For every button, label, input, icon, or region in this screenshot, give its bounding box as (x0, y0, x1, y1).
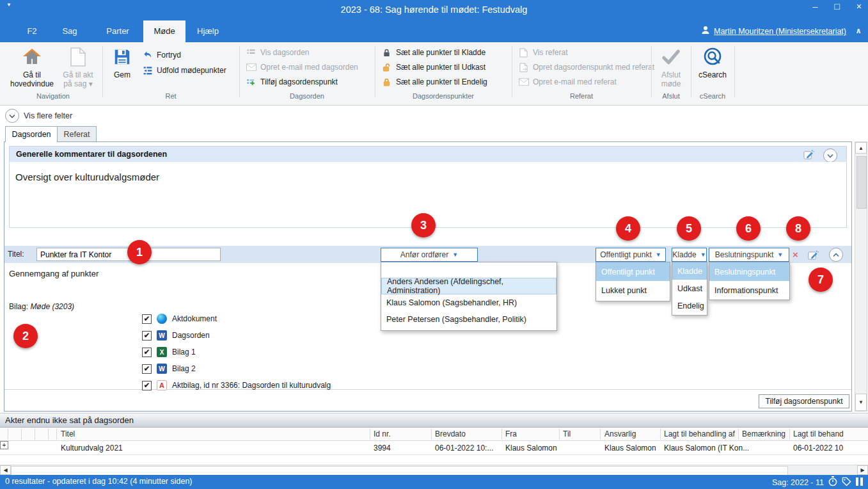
show-more-fields-toggle[interactable]: Vis flere felter (5, 109, 72, 123)
lock-open-orange-icon (381, 62, 392, 73)
tab-f2[interactable]: F2 (17, 20, 47, 42)
set-all-items-final-button[interactable]: Sæt alle punkter til Endelig (381, 76, 487, 88)
checkbox-checked[interactable]: ✔ (142, 381, 152, 390)
minimize-button[interactable]: – (813, 1, 818, 12)
type-dropdown[interactable]: Beslutningspunkt ▼ (709, 248, 789, 262)
dropdown-option[interactable]: Kladde (672, 262, 707, 280)
column-ansvarlig[interactable]: Ansvarlig (604, 429, 636, 438)
tab-hjaelp[interactable]: Hjælp (185, 20, 230, 42)
column-separator (660, 429, 661, 440)
save-button[interactable]: Gem (107, 45, 137, 79)
column-separator (8, 429, 8, 440)
scroll-right-button[interactable]: ▶ (857, 465, 868, 475)
chevron-down-circle-icon[interactable] (5, 109, 19, 123)
horizontal-scrollbar[interactable]: ◀ ▶ (0, 465, 868, 475)
column-titel[interactable]: Titel (61, 429, 75, 438)
speaker-dropdown[interactable]: Anfør ordfører ▼ (381, 248, 478, 262)
column-brevdato[interactable]: Brevdato (435, 429, 466, 438)
undo-button[interactable]: Fortryd (142, 49, 181, 61)
column-lagt-til-behandling-af[interactable]: Lagt til behandling af (664, 429, 735, 438)
cell-fra: Klaus Salomon (505, 444, 557, 453)
dropdown-option[interactable]: Endelig (672, 297, 707, 314)
status-bar: 0 resultater - opdateret i dag 10:42 (4 … (0, 475, 868, 489)
ribbon-divider (691, 46, 691, 97)
scroll-up-button[interactable]: ▲ (855, 142, 867, 154)
checkbox-checked[interactable]: ✔ (142, 331, 152, 341)
vertical-scrollbar[interactable]: ▲ ▼ (855, 141, 867, 412)
csearch-button[interactable]: cSearch (695, 45, 730, 79)
records-column-header: Titel Id nr. Brevdato Fra Til Ansvarlig … (0, 428, 868, 441)
tab-moede[interactable]: Møde (143, 20, 185, 42)
agenda-list-icon (246, 47, 256, 58)
delete-item-icon[interactable]: × (793, 249, 798, 260)
column-id-nr[interactable]: Id nr. (374, 429, 391, 438)
expand-row-icon[interactable]: + (0, 441, 8, 449)
tab-parter[interactable]: Parter (92, 20, 143, 42)
scroll-left-button[interactable]: ◀ (0, 465, 11, 475)
add-agenda-item-bottom-button[interactable]: Tilføj dagsordenspunkt (759, 394, 849, 408)
expand-meeting-items-button[interactable]: Udfold mødepunkter (142, 64, 226, 77)
column-til[interactable]: Til (563, 429, 571, 438)
title-field-label: Titel: (8, 250, 24, 259)
pdf-file-icon: A (157, 380, 167, 390)
close-button[interactable]: × (856, 1, 862, 12)
dropdown-option[interactable]: Offentligt punkt (596, 262, 670, 281)
dropdown-option[interactable]: Udkast (672, 280, 707, 297)
dropdown-arrow-icon: ▼ (700, 252, 706, 258)
user-icon (701, 26, 710, 37)
ribbon-divider (734, 46, 735, 97)
create-item-with-minutes-button: Opret dagsordenspunkt med referat (518, 61, 654, 74)
collapse-ribbon-icon[interactable]: ∧ (855, 26, 862, 35)
table-row[interactable]: + Kulturudvalg 2021 3994 06-01-2022 10:.… (0, 441, 868, 455)
dropdown-option[interactable]: Lukket punkt (596, 281, 670, 300)
page-plus-icon (518, 62, 529, 73)
column-separator (600, 429, 601, 440)
column-fra[interactable]: Fra (505, 429, 517, 438)
set-all-items-draft-button[interactable]: Sæt alle punkter til Kladde (381, 46, 485, 59)
attachment-row: ✔ W Bilag 2 (142, 362, 196, 376)
tag-icon[interactable] (842, 477, 851, 488)
set-all-items-proposal-button[interactable]: Sæt alle punkter til Udkast (381, 61, 485, 74)
dropdown-option[interactable]: Beslutningspunkt (709, 262, 789, 281)
scrollbar-thumb[interactable] (856, 156, 867, 209)
collapse-comments-icon[interactable] (823, 148, 837, 163)
dropdown-option[interactable]: Anders Andersen (Afdelingschef, Administ… (381, 278, 556, 294)
dropdown-option[interactable]: Informationspunkt (709, 281, 789, 300)
stopwatch-icon[interactable] (828, 476, 837, 488)
email-icon (246, 62, 256, 73)
ribbon-tab-bar: F2 Sag Parter Møde Hjælp Martin Mouritze… (0, 20, 868, 42)
status-dropdown[interactable]: Kladde ▼ (672, 248, 707, 262)
collapse-item-icon[interactable] (829, 248, 843, 262)
checkbox-checked[interactable]: ✔ (142, 348, 152, 357)
dropdown-option[interactable]: Klaus Salomon (Sagsbehandler, HR) (381, 294, 556, 311)
window-title: 2023 - 68: Sag hørende til mødet: Festud… (0, 4, 868, 15)
undo-icon (142, 50, 153, 61)
ribbon: Gå til hovedvindue Gå til akt på sag ▾ N… (0, 42, 868, 106)
group-label-ret: Ret (104, 92, 238, 100)
maximize-button[interactable]: □ (834, 1, 839, 12)
scrollbar-thumb[interactable] (11, 466, 788, 476)
add-agenda-item-button[interactable]: Tilføj dagsordenspunkt (246, 76, 338, 88)
go-to-main-window-button[interactable]: Gå til hovedvindue (8, 45, 56, 88)
column-bemaerkning[interactable]: Bemærkning (742, 429, 785, 438)
edit-item-icon[interactable] (808, 250, 819, 263)
column-lagt-til-behandling[interactable]: Lagt til behand (793, 429, 844, 438)
tab-dagsorden[interactable]: Dagsorden (5, 126, 58, 142)
access-dropdown[interactable]: Offentligt punkt ▼ (596, 248, 666, 262)
checkbox-checked[interactable]: ✔ (142, 364, 152, 374)
dropdown-option[interactable]: Peter Petersen (Sagsbehandler, Politik) (381, 311, 556, 328)
current-user-link[interactable]: Martin Mouritzen (Ministersekretariat) (714, 27, 846, 36)
ribbon-divider (239, 46, 240, 97)
home-icon (8, 45, 56, 69)
create-email-with-minutes-button: Opret e-mail med referat (518, 76, 617, 88)
annotation-2: 2 (13, 324, 38, 348)
pause-icon[interactable] (856, 477, 863, 488)
f2-meeting-window: ▼ 2023 - 68: Sag hørende til mødet: Fest… (0, 0, 868, 489)
edit-comments-icon[interactable] (803, 149, 814, 163)
document-icon (58, 45, 99, 69)
scroll-down-button[interactable]: ▼ (855, 394, 867, 411)
tab-referat[interactable]: Referat (57, 126, 97, 142)
tab-sag[interactable]: Sag (47, 20, 92, 42)
checkbox-checked[interactable]: ✔ (142, 314, 152, 324)
dropdown-option-empty[interactable] (381, 262, 556, 278)
